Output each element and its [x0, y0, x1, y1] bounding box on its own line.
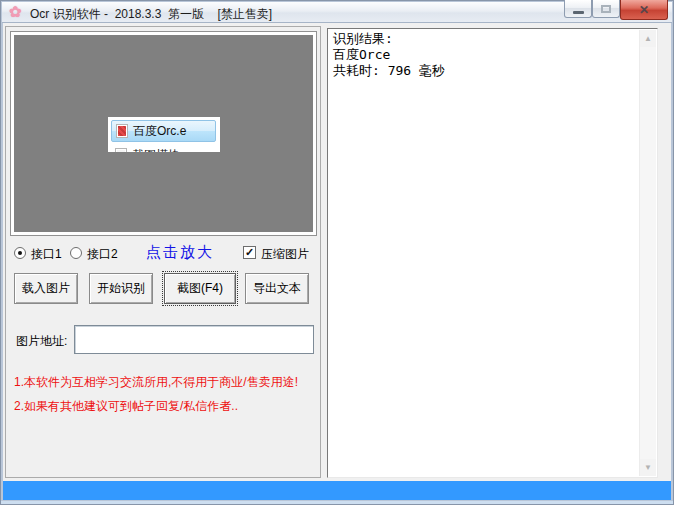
load-image-button[interactable]: 载入图片	[14, 273, 78, 304]
export-text-button[interactable]: 导出文本	[245, 273, 309, 304]
image-preview-box[interactable]: 百度Orc.e 截图模块	[10, 31, 317, 236]
screenshot-button[interactable]: 截图(F4)	[164, 273, 236, 304]
status-bar	[3, 481, 671, 500]
compress-label[interactable]: 压缩图片	[261, 246, 309, 263]
zoom-hint-link[interactable]: 点击放大	[146, 243, 214, 262]
radio-dot-icon	[18, 251, 22, 255]
image-address-label: 图片地址:	[16, 333, 67, 350]
document-icon	[115, 148, 127, 152]
scroll-up-icon[interactable]: ▲	[640, 30, 656, 47]
maximize-button[interactable]	[592, 0, 620, 18]
snippet-menu-item-baidu: 百度Orc.e	[111, 120, 216, 142]
close-button[interactable]: ✕	[620, 0, 668, 20]
interface1-label[interactable]: 接口1	[31, 246, 62, 263]
snippet-item-label: 百度Orc.e	[133, 123, 186, 140]
result-text: 识别结果: 百度Orce 共耗时: 796 毫秒	[333, 31, 637, 79]
app-flower-icon: ✿	[9, 3, 22, 21]
result-scrollbar[interactable]: ▲ ▼	[639, 30, 656, 476]
app-window: ✿ Ocr 识别软件 - 2018.3.3 第一版 [禁止售卖] ✕ 百度Orc…	[0, 0, 674, 505]
red-document-icon	[116, 124, 128, 138]
result-line-time: 共耗时: 796 毫秒	[333, 63, 637, 79]
result-line-header: 识别结果:	[333, 31, 637, 47]
result-textarea[interactable]: 识别结果: 百度Orce 共耗时: 796 毫秒 ▲ ▼	[327, 28, 658, 478]
notice-line-1: 1.本软件为互相学习交流所用,不得用于商业/售卖用途!	[14, 374, 298, 391]
notice-line-2: 2.如果有其他建议可到帖子回复/私信作者..	[14, 398, 238, 415]
scroll-down-icon[interactable]: ▼	[640, 459, 656, 476]
snippet-item-label: 截图模块	[132, 147, 180, 153]
snippet-menu-item-capture: 截图模块	[111, 144, 216, 152]
minimize-icon	[573, 11, 584, 14]
interface1-radio[interactable]	[14, 247, 26, 259]
screenshot-snippet: 百度Orc.e 截图模块	[108, 117, 220, 152]
result-line-engine: 百度Orce	[333, 47, 637, 63]
interface2-label[interactable]: 接口2	[87, 246, 118, 263]
window-title: Ocr 识别软件 - 2018.3.3 第一版 [禁止售卖]	[30, 6, 272, 23]
maximize-icon	[601, 5, 611, 13]
close-icon: ✕	[639, 4, 649, 16]
start-recognize-button[interactable]: 开始识别	[89, 273, 153, 304]
interface2-radio[interactable]	[70, 247, 82, 259]
loaded-image: 百度Orc.e 截图模块	[14, 35, 313, 232]
minimize-button[interactable]	[564, 0, 592, 18]
check-icon: ✓	[245, 246, 254, 258]
image-address-input[interactable]	[74, 325, 314, 354]
compress-checkbox[interactable]: ✓	[243, 246, 256, 259]
